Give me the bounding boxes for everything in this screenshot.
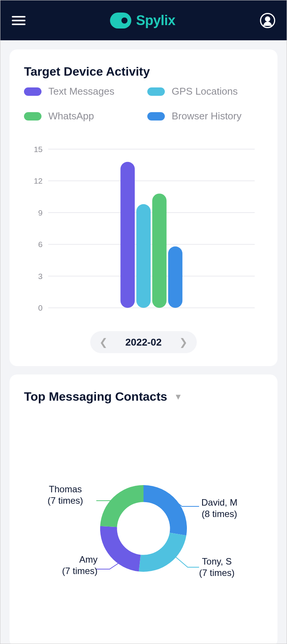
activity-card: Target Device Activity Text Messages GPS… xyxy=(10,49,277,366)
contacts-title: Top Messaging Contacts xyxy=(24,390,167,404)
content-area: Target Device Activity Text Messages GPS… xyxy=(0,40,287,644)
activity-title: Target Device Activity xyxy=(24,65,263,79)
svg-text:6: 6 xyxy=(38,240,43,249)
svg-rect-12 xyxy=(120,162,135,308)
menu-icon[interactable] xyxy=(12,14,26,27)
logo-mark-icon xyxy=(110,13,131,29)
svg-text:12: 12 xyxy=(34,176,43,185)
brand-logo[interactable]: Spylix xyxy=(110,13,175,29)
legend-text-messages[interactable]: Text Messages xyxy=(24,86,140,97)
svg-text:15: 15 xyxy=(34,145,43,154)
legend-browser-history[interactable]: Browser History xyxy=(147,110,263,122)
pill-icon xyxy=(147,112,165,121)
pill-icon xyxy=(24,87,41,96)
date-label: 2022-02 xyxy=(125,336,161,348)
chevron-down-icon[interactable]: ▼ xyxy=(174,392,182,402)
svg-text:3: 3 xyxy=(38,272,43,281)
legend-label: GPS Locations xyxy=(172,86,238,97)
svg-rect-14 xyxy=(152,194,167,308)
activity-legend: Text Messages GPS Locations WhatsApp Bro… xyxy=(24,86,263,122)
legend-label: Browser History xyxy=(172,110,241,122)
pill-icon xyxy=(147,87,165,96)
app-header: Spylix xyxy=(0,0,287,40)
legend-whatsapp[interactable]: WhatsApp xyxy=(24,110,140,122)
date-selector: ❮ 2022-02 ❯ xyxy=(90,331,197,353)
contact-label-thomas: Thomas (7 times) xyxy=(48,484,83,506)
legend-label: Text Messages xyxy=(48,86,114,97)
contacts-donut-chart: Thomas (7 times) David, M (8 times) Tony… xyxy=(24,434,263,624)
svg-rect-13 xyxy=(136,204,151,308)
donut-ring xyxy=(98,483,189,576)
chevron-right-icon[interactable]: ❯ xyxy=(179,336,188,348)
contact-label-david: David, M (8 times) xyxy=(201,497,238,520)
activity-bar-chart: 03691215 xyxy=(24,137,263,320)
contact-label-amy: Amy (7 times) xyxy=(62,554,97,577)
contacts-card: Top Messaging Contacts ▼ Thomas (7 times… xyxy=(10,374,277,644)
svg-rect-15 xyxy=(168,246,183,308)
pill-icon xyxy=(24,112,41,121)
user-icon[interactable] xyxy=(260,13,275,28)
chevron-left-icon[interactable]: ❮ xyxy=(99,336,108,348)
svg-text:0: 0 xyxy=(38,303,43,312)
legend-label: WhatsApp xyxy=(48,110,94,122)
contact-label-tony: Tony, S (7 times) xyxy=(199,556,234,579)
svg-text:9: 9 xyxy=(38,208,43,217)
legend-gps-locations[interactable]: GPS Locations xyxy=(147,86,263,97)
brand-name: Spylix xyxy=(136,13,175,29)
